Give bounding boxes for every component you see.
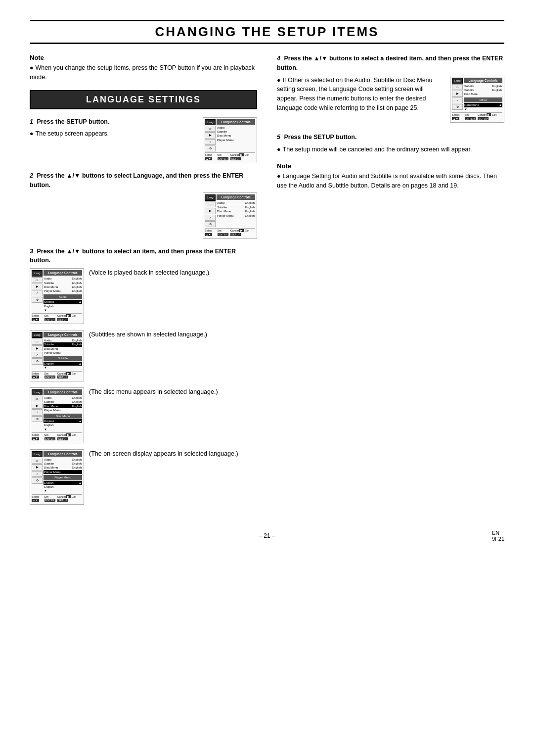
mini-s2-sub: SubtitleEnglish (217, 205, 255, 209)
mini-footer-audio: Select ▲▼ Set ENTER Cancel ▶ Exit SETUP (32, 313, 82, 322)
mini-screen-subtitle: Lang ▭ ▶ ♪ ⚙ Language Controls AudioEngl… (30, 330, 84, 381)
mini-s2-disc: Disc MenuEnglish (217, 209, 255, 213)
mini-dm-audio: AudioEnglish (44, 396, 82, 400)
mini-sidebar-lang: Lang (205, 119, 216, 125)
mini-pm-vid: ▶ (32, 464, 43, 470)
mini-footer-cancel: Cancel ▶ Exit SETUP (230, 153, 255, 161)
mini-dm-item-arr: ▼ (44, 427, 82, 431)
mini-row-sub: Subtitle (217, 130, 255, 134)
mini-dm-vid: ▶ (32, 403, 43, 409)
step-5-num: 5 (277, 134, 280, 141)
mini-dm-lang: Lang (32, 389, 43, 395)
mini-a-item-eng: English (44, 304, 82, 308)
mini-s2-aud: ♪ (205, 215, 216, 221)
screen-player: Lang ▭ ▶ ♪ ⚙ Language Controls AudioEngl… (30, 449, 257, 505)
mini-f4-set: Set ENTER (465, 113, 478, 121)
mini-pm-player: Player Menu (44, 470, 82, 474)
mini-pm-img: ▭ (32, 458, 43, 464)
mini-dm-img: ▭ (32, 396, 43, 402)
mini-fa-select: Select ▲▼ (32, 314, 44, 322)
mini-a-pref: ⚙ (32, 297, 43, 303)
mini-s2-player: Player MenuEnglish (217, 214, 255, 218)
mini-pm-pref: ⚙ (32, 477, 43, 483)
mini-dm-disc: Disc MenuEnglish (44, 404, 82, 408)
footer-code: EN 9F21 (492, 530, 504, 542)
mini-s4-pref: ⚙ (452, 104, 463, 110)
mini-footer-1: Select ▲▼ Set ENTER Cancel ▶ Exit SETUP (205, 152, 255, 161)
step-3-audio-text: (Voice is played back in selected langua… (89, 268, 257, 278)
step-1-bullet: The setup screen appears. (30, 129, 198, 139)
step-2-instruction: Press the ▲/▼ buttons to select Language… (30, 172, 243, 189)
mini-s4-img: ▭ (452, 84, 463, 90)
step-5-bullet-text: The setup mode will be canceled and the … (277, 146, 472, 153)
mini-f4-cancel: Cancel ▶ Exit SETUP (478, 113, 502, 121)
mini-st-item-arr: ▼ (44, 366, 82, 370)
mini-dm-item-val: Original▲ (44, 419, 82, 423)
mini-fd-set: Set ENTER (44, 433, 57, 441)
step-3-disc-text: (The disc menu appears in selected langu… (89, 387, 257, 397)
step-5: 5 Press the SETUP button. The setup mode… (277, 133, 504, 154)
mini-st-aud: ♪ (32, 352, 43, 358)
mini-pm-lang: Lang (32, 451, 43, 457)
mini-st-item-val: English▲ (44, 362, 82, 366)
mini-f2-set: Set ENTER (218, 229, 230, 236)
mini-s2-audio: AudioEnglish (217, 201, 255, 205)
mini-s4-item-val: Norophone▲ (464, 103, 502, 107)
mini-row-audio: Audio (217, 126, 255, 130)
footer-page-num: – 21 – (30, 532, 504, 539)
mini-st-lang: Lang (32, 332, 43, 338)
mini-screen-disc: Lang ▭ ▶ ♪ ⚙ Language Controls AudioEngl… (30, 387, 84, 443)
mini-pm-disc: Disc MenuEnglish (44, 466, 82, 470)
mini-s4-item-title: Other (464, 97, 502, 102)
mini-footer-2: Select ▲▼ Set ENTER Cancel ▶ Exit SETUP (205, 228, 255, 236)
mini-pm-item-eng2: English (44, 485, 82, 489)
mini-fp-cancel: Cancel ▶ Exit SETUP (57, 495, 82, 503)
mini-a-sub: SubtitleEnglish (44, 281, 82, 285)
mini-a-item-val: Original▲ (44, 300, 82, 304)
mini-s2-img: ▭ (205, 201, 216, 207)
mini-st-sub: SubtitleEnglish (44, 342, 82, 346)
step-4-bullet: If Other is selected on the Audio, Subti… (277, 76, 445, 113)
mini-s4-aud: ♪ (452, 97, 463, 103)
mini-title-2: Language Controls (217, 194, 255, 200)
mini-st-player: Player Menu (44, 351, 82, 355)
mini-fa-cancel: Cancel ▶ Exit SETUP (57, 314, 82, 322)
step-2: 2 Press the ▲/▼ buttons to select Langua… (30, 171, 257, 239)
screen-audio: Lang ▭ ▶ ♪ ⚙ Language Controls AudioEngl… (30, 268, 257, 324)
mini-st-img: ▭ (32, 338, 43, 344)
mini-footer-player: Select ▲▼ Set ENTER Cancel ▶ Exit SETUP (32, 494, 82, 503)
mini-dm-aud: ♪ (32, 409, 43, 415)
step-3-header: 3 Press the ▲/▼ buttons to select an ite… (30, 247, 257, 266)
page-footer: – 21 – EN 9F21 (30, 532, 504, 539)
step-1-bullet-text: The setup screen appears. (30, 130, 109, 137)
mini-st-audio: AudioEnglish (44, 338, 82, 342)
mini-screen-player: Lang ▭ ▶ ♪ ⚙ Language Controls AudioEngl… (30, 449, 84, 505)
mini-footer-s4: Select ▲▼ Set ENTER Cancel ▶ Exit SETUP (452, 112, 502, 121)
note-bullet-1: When you change the setup items, press t… (30, 64, 255, 81)
mini-a-item-arr: ▼ (44, 308, 82, 312)
mini-a-vid: ▶ (32, 284, 43, 289)
mini-title-1: Language Controls (217, 119, 255, 125)
mini-dm-sub: SubtitleEnglish (44, 400, 82, 404)
mini-screen-step2: Lang ▭ ▶ ♪ ⚙ Language Controls AudioEngl… (203, 192, 257, 238)
mini-s4-item-arr: ▼ (464, 107, 502, 111)
note-text-2: Language Setting for Audio and Subtitle … (277, 172, 504, 190)
note-label-2: Note (277, 162, 504, 170)
step-3-num: 3 (30, 248, 33, 255)
mini-s4-disc: Disc Menu (464, 92, 502, 96)
mini-title-s4: Language Controls (464, 78, 502, 83)
mini-screen-audio: Lang ▭ ▶ ♪ ⚙ Language Controls AudioEngl… (30, 268, 84, 324)
note-section-2: Note Language Setting for Audio and Subt… (277, 162, 504, 190)
step-2-header: 2 Press the ▲/▼ buttons to select Langua… (30, 171, 257, 190)
mini-row-disc: Disc Menu (217, 134, 255, 138)
mini-title-disc: Language Controls (44, 389, 82, 395)
step-3-player-text: (The on-screen display appears in select… (89, 449, 257, 459)
mini-s4-audio: SubtitleEnglish (464, 84, 502, 88)
mini-a-img: ▭ (32, 277, 43, 283)
mini-st-pref: ⚙ (32, 358, 43, 364)
step-1-instruction: Press the SETUP button. (37, 118, 109, 125)
mini-pm-audio: AudioEnglish (44, 458, 82, 462)
step-4-instruction: Press the ▲/▼ buttons to select a desire… (277, 55, 503, 71)
screen-wrapper-2: Lang ▭ ▶ ♪ ⚙ Language Controls AudioEngl… (30, 192, 257, 238)
mini-s2-vid: ▶ (205, 208, 216, 214)
